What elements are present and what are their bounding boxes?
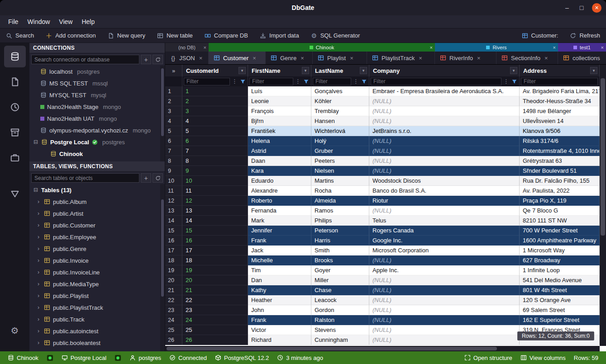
filter-menu-button[interactable]: ⋮: [295, 78, 301, 85]
cell-firstname[interactable]: František: [248, 126, 311, 136]
cell-firstname[interactable]: Daan: [248, 156, 311, 166]
close-icon[interactable]: ×: [204, 45, 206, 50]
cell-firstname[interactable]: Leonie: [248, 96, 311, 106]
cell-address[interactable]: 801 W 4th Street: [520, 285, 600, 295]
tab-playlist[interactable]: Playlist×: [313, 52, 367, 64]
cell-company[interactable]: Embraer - Empresa Brasileira de Aeronáut…: [369, 86, 520, 96]
cell-customerid[interactable]: 9: [182, 166, 248, 176]
cell-firstname[interactable]: Eduardo: [248, 176, 311, 186]
cell-lastname[interactable]: Miller: [311, 275, 369, 285]
cell-address[interactable]: 162 E Superior Street: [520, 315, 600, 325]
cell-address[interactable]: 8210 111 ST NW: [520, 216, 600, 226]
scrollbar-thumb[interactable]: [161, 68, 164, 136]
cell-lastname[interactable]: Harris: [311, 236, 369, 246]
rail-files-button[interactable]: [4, 71, 26, 93]
cell-firstname[interactable]: Jennifer: [248, 226, 311, 236]
cell-lastname[interactable]: Peeters: [311, 156, 369, 166]
cell-company[interactable]: (NULL): [369, 96, 520, 106]
cell-company[interactable]: Riotur: [369, 196, 520, 206]
column-menu-button[interactable]: ▾: [510, 67, 517, 74]
cell-company[interactable]: (NULL): [369, 156, 520, 166]
rail-plugins-button[interactable]: [4, 147, 26, 169]
cell-address[interactable]: 69 Salem Street: [520, 305, 600, 315]
status-connected[interactable]: Connected: [165, 355, 211, 361]
cell-customerid[interactable]: 6: [182, 136, 248, 146]
filter-menu-button[interactable]: ⋮: [503, 78, 510, 85]
filter-funnel-button[interactable]: [511, 78, 518, 85]
tab-collections[interactable]: collections: [558, 52, 606, 64]
status-chinook[interactable]: Chinook: [4, 355, 43, 361]
cell-lastname[interactable]: Almeida: [311, 196, 369, 206]
horizontal-scrollbar[interactable]: [165, 346, 600, 351]
row-number[interactable]: 12: [165, 196, 182, 206]
filter-funnel-button[interactable]: [361, 78, 367, 85]
connection-item-postgre-local[interactable]: ⊟Postgre Localpostgres: [29, 136, 165, 148]
cell-customerid[interactable]: 12: [182, 196, 248, 206]
cell-customerid[interactable]: 4: [182, 116, 248, 126]
menu-help[interactable]: Help: [77, 17, 99, 27]
cell-address[interactable]: 541 Del Medio Avenue: [520, 275, 600, 285]
menu-view[interactable]: View: [54, 17, 77, 27]
cell-lastname[interactable]: Rocha: [311, 186, 369, 196]
cell-customerid[interactable]: 22: [182, 295, 248, 305]
cell-firstname[interactable]: Richard: [248, 335, 311, 345]
row-number[interactable]: 25: [165, 325, 182, 335]
cell-company[interactable]: (NULL): [369, 325, 520, 335]
cell-company[interactable]: JetBrains s.r.o.: [369, 126, 520, 136]
cell-address[interactable]: Av. Brigadeiro Faria Lima, 2170: [520, 86, 600, 96]
table-item-public-mediatype[interactable]: ›public.MediaType: [29, 278, 165, 290]
cell-firstname[interactable]: Alexandre: [248, 186, 311, 196]
column-header-firstname[interactable]: FirstName▾: [248, 65, 311, 76]
cell-company[interactable]: (NULL): [369, 285, 520, 295]
cell-lastname[interactable]: Smith: [311, 246, 369, 255]
cell-customerid[interactable]: 11: [182, 186, 248, 196]
cell-lastname[interactable]: Gordon: [311, 305, 369, 315]
column-menu-button[interactable]: ▾: [590, 67, 597, 74]
cell-company[interactable]: (NULL): [369, 255, 520, 265]
toolbar-refresh-button[interactable]: Refresh: [564, 28, 606, 43]
cell-firstname[interactable]: Tim: [248, 265, 311, 275]
cell-lastname[interactable]: Leacock: [311, 295, 369, 305]
connection-item-olympus-medportal-vychozi-cz[interactable]: olympus-medportal.vychozi.czmongo: [29, 124, 165, 136]
cell-address[interactable]: 120 S Orange Ave: [520, 295, 600, 305]
cell-lastname[interactable]: Martins: [311, 176, 369, 186]
cell-address[interactable]: Grétrystraat 63: [520, 156, 600, 166]
close-icon[interactable]: ×: [477, 55, 481, 61]
cell-customerid[interactable]: 20: [182, 275, 248, 285]
row-number[interactable]: 6: [165, 136, 182, 146]
status-open-structure[interactable]: Open structure: [460, 355, 516, 361]
titlebar[interactable]: DbGate – □ ×: [0, 0, 606, 15]
cell-company[interactable]: Apple Inc.: [369, 265, 520, 275]
cell-customerid[interactable]: 13: [182, 206, 248, 216]
tables-group[interactable]: ⊟Tables (13): [29, 184, 165, 196]
row-number[interactable]: 9: [165, 166, 182, 176]
toolbar-compare-db-button[interactable]: Compare DB: [199, 28, 254, 43]
cell-customerid[interactable]: 5: [182, 126, 248, 136]
cell-company[interactable]: Rogers Canada: [369, 226, 520, 236]
add-table-mini-button[interactable]: +: [141, 173, 151, 183]
toolbar-sql-generator-button[interactable]: ⚙SQL Generator: [305, 28, 366, 43]
rail-cell-data-button[interactable]: [4, 183, 26, 205]
tab-json[interactable]: {}JSON×: [165, 52, 209, 64]
refresh-tables-button[interactable]: [153, 173, 163, 183]
cell-lastname[interactable]: Wichterlová: [311, 126, 369, 136]
table-item-public-genre[interactable]: ›public.Genre: [29, 243, 165, 255]
cell-customerid[interactable]: 23: [182, 305, 248, 315]
cell-firstname[interactable]: Heather: [248, 295, 311, 305]
row-number[interactable]: 23: [165, 305, 182, 315]
filter-input-company[interactable]: [371, 78, 501, 85]
cell-address[interactable]: 700 W Pender Street: [520, 226, 600, 236]
cell-lastname[interactable]: Gruber: [311, 146, 369, 156]
rail-history-button[interactable]: [4, 96, 26, 118]
close-icon[interactable]: ×: [199, 55, 203, 61]
cell-customerid[interactable]: 21: [182, 285, 248, 295]
row-number[interactable]: 17: [165, 246, 182, 255]
cell-firstname[interactable]: John: [248, 305, 311, 315]
connection-item-nano2health-uat[interactable]: Nano2Health UATmongo: [29, 113, 165, 124]
cell-address[interactable]: 1 Infinite Loop: [520, 265, 600, 275]
row-number[interactable]: 4: [165, 116, 182, 126]
cell-firstname[interactable]: Fernanda: [248, 206, 311, 216]
row-number[interactable]: 20: [165, 275, 182, 285]
close-icon[interactable]: ×: [601, 45, 604, 50]
cell-firstname[interactable]: Victor: [248, 325, 311, 335]
